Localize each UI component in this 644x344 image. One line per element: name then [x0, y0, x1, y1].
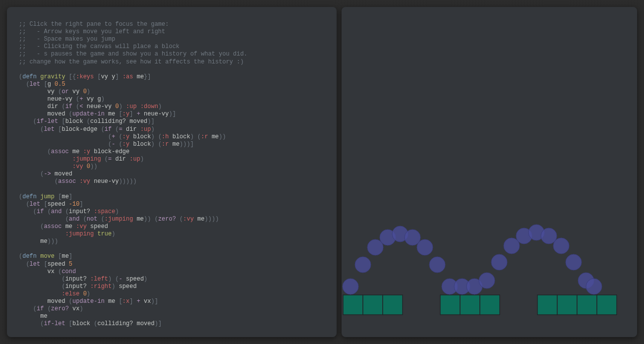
code-token: ( [119, 141, 122, 148]
player-history-ball [553, 238, 569, 254]
code-token: or [61, 88, 68, 95]
code-token [19, 320, 40, 327]
code-token: :h [162, 133, 169, 140]
code-token: me [133, 216, 144, 223]
game-block [557, 295, 577, 315]
code-token: ( [115, 126, 118, 133]
code-token: ;; - Arrow keys move you left and right [19, 28, 165, 35]
code-token: if [65, 103, 72, 110]
code-token [133, 298, 136, 305]
code-token: if [105, 126, 112, 133]
code-token [79, 290, 83, 297]
code-token: ( [158, 141, 162, 148]
code-token: + [79, 96, 83, 103]
code-token: :y [122, 133, 129, 140]
code-token: and [51, 208, 62, 215]
code-token: let [30, 201, 41, 208]
code-token: ] [69, 253, 72, 260]
code-token: speed [122, 276, 144, 283]
code-token: me [133, 73, 144, 80]
code-token [19, 81, 26, 88]
code-token: ( [87, 118, 90, 125]
code-token: )) [90, 163, 97, 170]
code-token: < [79, 103, 83, 110]
code-token [97, 216, 101, 223]
code-token [19, 163, 72, 170]
code-token [19, 305, 33, 312]
code-token: )))] [179, 141, 194, 148]
code-token: ) [190, 133, 194, 140]
code-token: me [61, 253, 68, 260]
code-token: ( [33, 305, 37, 312]
code-token: update-in [72, 298, 105, 305]
code-token: neue-vy [140, 111, 169, 117]
code-token: ] [69, 193, 72, 200]
code-token: ( [26, 201, 29, 208]
code-token: me [19, 313, 48, 320]
code-token: ( [101, 126, 105, 133]
code-token: moved [51, 171, 72, 177]
code-token [19, 223, 40, 230]
code-token: ( [26, 81, 29, 88]
code-token: ) [151, 133, 154, 140]
code-token: vy [69, 88, 83, 95]
code-token: input? [65, 283, 90, 290]
code-token: - [119, 276, 122, 283]
code-token: me [69, 148, 83, 155]
code-token: :vy [79, 178, 90, 185]
code-token: ;; change how the game works, see how it… [19, 58, 244, 65]
code-token: :up [126, 103, 137, 110]
code-token: [ [44, 201, 47, 208]
code-token: assoc [44, 223, 61, 230]
code-token: :jumping [105, 216, 133, 223]
code-token [83, 163, 87, 170]
code-token: :y [122, 141, 129, 148]
code-token: :r [201, 133, 208, 140]
code-token: block [72, 320, 94, 327]
player-history-ball [566, 254, 582, 270]
code-token: block [169, 133, 190, 140]
code-token: )))) [205, 216, 219, 223]
code-token: ) [115, 208, 118, 215]
game-block [460, 295, 480, 315]
code-token: ( [61, 276, 65, 283]
game-block [343, 295, 363, 315]
code-token [155, 141, 158, 148]
code-token: ;; - Clicking the canvas will place a bl… [19, 43, 179, 50]
code-token: ) [158, 103, 162, 110]
code-token: ;; - s pauses the game and show you a hi… [19, 51, 247, 57]
code-token: let [44, 126, 55, 133]
code-token: [ [61, 118, 65, 125]
code-token: ( [83, 216, 87, 223]
code-token [101, 156, 105, 163]
code-token [19, 276, 61, 283]
code-token: ( [69, 298, 72, 305]
player-history-ball [479, 273, 495, 288]
code-token: :jumping [65, 230, 94, 237]
code-token: ) [151, 126, 155, 133]
code-editor-pane[interactable]: ;; Click the right pane to focus the gam… [7, 7, 337, 337]
code-token: if-let [37, 118, 58, 125]
code-token: )) [144, 216, 151, 223]
code-content[interactable]: ;; Click the right pane to focus the gam… [19, 21, 325, 328]
code-token: ( [61, 103, 65, 110]
code-token [19, 290, 61, 297]
code-token: ) [79, 305, 83, 312]
game-canvas-pane[interactable] [342, 7, 637, 337]
code-token: me [105, 298, 119, 305]
code-token: and [69, 216, 80, 223]
code-token: 0.5 [55, 81, 65, 88]
code-token: ) [140, 156, 144, 163]
game-block [537, 295, 557, 315]
code-token [133, 111, 136, 117]
code-token: let [30, 81, 41, 88]
code-token: me [105, 111, 119, 117]
game-canvas[interactable] [342, 7, 637, 337]
player-history-ball [429, 257, 445, 273]
code-token: + [137, 298, 140, 305]
code-token: ( [26, 261, 29, 268]
code-token: ;; - Space makes you jump [19, 36, 115, 43]
code-token [44, 208, 47, 215]
code-token: ( [101, 216, 105, 223]
code-token: }] [144, 73, 151, 80]
